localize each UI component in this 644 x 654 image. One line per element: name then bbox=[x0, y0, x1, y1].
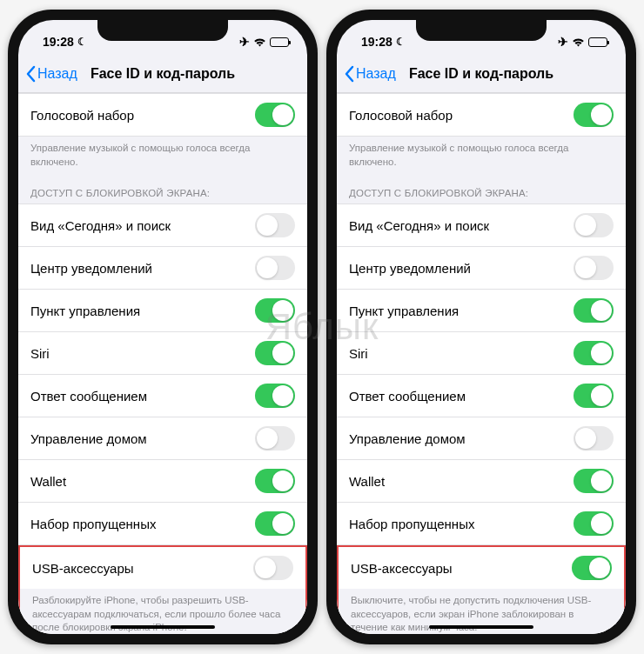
toggle-usb[interactable] bbox=[572, 556, 612, 580]
row-voice-dial[interactable]: Голосовой набор bbox=[18, 94, 307, 136]
row-label: Пункт управления bbox=[349, 304, 459, 318]
toggle[interactable] bbox=[574, 341, 614, 365]
toggle[interactable] bbox=[255, 298, 295, 323]
back-button[interactable]: Назад bbox=[344, 65, 396, 83]
row-voice-dial[interactable]: Голосовой набор bbox=[337, 94, 626, 136]
usb-highlight: USB-аксессуары Выключите, чтобы не допус… bbox=[337, 545, 626, 634]
page-title: Face ID и код-пароль bbox=[91, 66, 235, 82]
row-label: Голосовой набор bbox=[30, 108, 134, 123]
home-indicator[interactable] bbox=[111, 625, 215, 629]
content-scroll[interactable]: Голосовой набор Управление музыкой с пом… bbox=[18, 93, 307, 634]
toggle[interactable] bbox=[255, 213, 295, 237]
chevron-left-icon bbox=[25, 65, 36, 83]
toggle[interactable] bbox=[255, 256, 295, 280]
nav-bar: Назад Face ID и код-пароль bbox=[18, 55, 307, 93]
row-label: Ответ сообщением bbox=[349, 389, 466, 404]
toggle[interactable] bbox=[574, 213, 614, 237]
home-indicator[interactable] bbox=[429, 625, 533, 629]
screen: 19:28 ☾ ✈ Назад Face ID и код-пароль Гол… bbox=[337, 20, 626, 634]
toggle[interactable] bbox=[255, 341, 295, 365]
toggle[interactable] bbox=[255, 469, 295, 493]
dnd-icon: ☾ bbox=[396, 36, 406, 48]
status-time: 19:28 bbox=[43, 35, 74, 49]
toggle-usb[interactable] bbox=[253, 556, 293, 580]
row-return-missed[interactable]: Набор пропущенных bbox=[18, 503, 307, 545]
content-scroll[interactable]: Голосовой набор Управление музыкой с пом… bbox=[337, 93, 626, 634]
row-label: Ответ сообщением bbox=[30, 389, 147, 404]
row-label: USB-аксессуары bbox=[351, 561, 453, 576]
usb-highlight: USB-аксессуары Разблокируйте iPhone, что… bbox=[18, 545, 307, 634]
row-control-center[interactable]: Пункт управления bbox=[337, 290, 626, 332]
row-today[interactable]: Вид «Сегодня» и поиск bbox=[18, 204, 307, 247]
battery-icon bbox=[270, 37, 290, 47]
row-label: Siri bbox=[30, 346, 50, 361]
nav-bar: Назад Face ID и код-пароль bbox=[337, 55, 626, 93]
toggle[interactable] bbox=[574, 469, 614, 493]
wifi-icon bbox=[253, 37, 266, 47]
row-label: Wallet bbox=[349, 474, 385, 489]
row-home-control[interactable]: Управление домом bbox=[18, 417, 307, 460]
row-wallet[interactable]: Wallet bbox=[337, 460, 626, 503]
notch bbox=[97, 20, 228, 41]
airplane-icon: ✈ bbox=[558, 35, 568, 49]
row-usb-accessories[interactable]: USB-аксессуары bbox=[20, 547, 305, 589]
wifi-icon bbox=[572, 37, 585, 47]
row-reply-message[interactable]: Ответ сообщением bbox=[18, 375, 307, 417]
row-label: Управление домом bbox=[30, 431, 147, 446]
row-home-control[interactable]: Управление домом bbox=[337, 417, 626, 460]
toggle[interactable] bbox=[574, 511, 614, 536]
row-siri[interactable]: Siri bbox=[337, 332, 626, 375]
phone-frame: 19:28 ☾ ✈ Назад Face ID и код-пароль Гол… bbox=[8, 10, 318, 644]
row-label: Набор пропущенных bbox=[349, 517, 474, 531]
row-label: Siri bbox=[349, 346, 368, 361]
row-notifications[interactable]: Центр уведомлений bbox=[337, 247, 626, 290]
row-label: Центр уведомлений bbox=[30, 261, 152, 276]
back-label: Назад bbox=[356, 66, 396, 82]
row-label: Wallet bbox=[30, 474, 66, 489]
status-time: 19:28 bbox=[361, 35, 392, 49]
toggle[interactable] bbox=[574, 384, 614, 408]
voice-footer: Управление музыкой с помощью голоса всег… bbox=[18, 137, 307, 174]
access-group: Вид «Сегодня» и поиск Центр уведомлений … bbox=[18, 204, 307, 634]
row-siri[interactable]: Siri bbox=[18, 332, 307, 375]
dnd-icon: ☾ bbox=[77, 36, 87, 48]
row-label: Управление домом bbox=[349, 431, 466, 446]
row-label: Набор пропущенных bbox=[30, 517, 156, 531]
row-return-missed[interactable]: Набор пропущенных bbox=[337, 503, 626, 545]
chevron-left-icon bbox=[344, 65, 354, 83]
page-title: Face ID и код-пароль bbox=[409, 66, 553, 82]
back-button[interactable]: Назад bbox=[25, 65, 77, 83]
row-wallet[interactable]: Wallet bbox=[18, 460, 307, 503]
toggle-voice-dial[interactable] bbox=[255, 103, 295, 127]
battery-icon bbox=[588, 37, 608, 47]
toggle[interactable] bbox=[255, 426, 295, 450]
row-label: Голосовой набор bbox=[349, 108, 453, 123]
row-control-center[interactable]: Пункт управления bbox=[18, 290, 307, 332]
row-label: Пункт управления bbox=[30, 304, 140, 318]
toggle[interactable] bbox=[255, 511, 295, 536]
phone-frame: 19:28 ☾ ✈ Назад Face ID и код-пароль Гол… bbox=[326, 10, 636, 644]
row-notifications[interactable]: Центр уведомлений bbox=[18, 247, 307, 290]
row-today[interactable]: Вид «Сегодня» и поиск bbox=[337, 204, 626, 247]
row-reply-message[interactable]: Ответ сообщением bbox=[337, 375, 626, 417]
screen: 19:28 ☾ ✈ Назад Face ID и код-пароль Гол… bbox=[18, 20, 307, 634]
toggle[interactable] bbox=[574, 298, 614, 323]
row-label: Вид «Сегодня» и поиск bbox=[30, 218, 171, 233]
row-label: USB-аксессуары bbox=[32, 561, 134, 576]
toggle[interactable] bbox=[574, 426, 614, 450]
toggle-voice-dial[interactable] bbox=[574, 103, 614, 127]
back-label: Назад bbox=[37, 66, 77, 82]
voice-footer: Управление музыкой с помощью голоса всег… bbox=[337, 137, 626, 174]
notch bbox=[416, 20, 547, 41]
access-group: Вид «Сегодня» и поиск Центр уведомлений … bbox=[337, 204, 626, 634]
airplane-icon: ✈ bbox=[239, 35, 250, 49]
toggle[interactable] bbox=[574, 256, 614, 280]
row-label: Вид «Сегодня» и поиск bbox=[349, 218, 489, 233]
access-header: ДОСТУП С БЛОКИРОВКОЙ ЭКРАНА: bbox=[337, 174, 626, 204]
row-label: Центр уведомлений bbox=[349, 261, 471, 276]
row-usb-accessories[interactable]: USB-аксессуары bbox=[339, 547, 624, 589]
access-header: ДОСТУП С БЛОКИРОВКОЙ ЭКРАНА: bbox=[18, 174, 307, 204]
toggle[interactable] bbox=[255, 384, 295, 408]
